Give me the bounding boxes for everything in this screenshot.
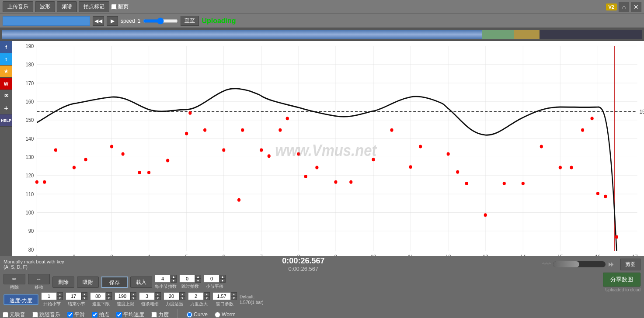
- move-tool-group: ↔ 移动: [28, 274, 50, 290]
- speed-upper-up[interactable]: ▲: [130, 292, 136, 296]
- start-bar-up[interactable]: ▲: [57, 292, 63, 296]
- main-area: f t ★ W ✉ + HELP 190: [0, 41, 644, 256]
- prev-button[interactable]: ◀◀: [93, 16, 104, 26]
- window-param-up[interactable]: ▲: [231, 292, 237, 296]
- beats-per-bar-input[interactable]: [155, 275, 171, 283]
- line-thickness-input[interactable]: [139, 292, 155, 300]
- save-button[interactable]: 保存: [101, 277, 128, 288]
- speed-slider[interactable]: [143, 17, 178, 24]
- background-music-checkbox[interactable]: [32, 312, 38, 318]
- waveform-button[interactable]: 波形: [35, 1, 55, 12]
- load-button[interactable]: 载入: [130, 277, 152, 288]
- avg-speed-checkbox[interactable]: [116, 312, 122, 318]
- spectrum-button[interactable]: 频谱: [57, 1, 77, 12]
- attach-button[interactable]: 吸附: [77, 277, 99, 288]
- start-bar-input[interactable]: [41, 292, 57, 300]
- force-min-input[interactable]: [164, 292, 179, 300]
- bar-shift-down[interactable]: ▼: [219, 279, 226, 283]
- line-thickness-down[interactable]: ▼: [155, 296, 161, 300]
- plus-icon[interactable]: +: [0, 102, 12, 114]
- svg-point-104: [615, 235, 618, 239]
- line-thickness-up[interactable]: ▲: [155, 292, 161, 296]
- beat-mark-button[interactable]: 拍点标记: [79, 1, 109, 12]
- force-scale-down[interactable]: ▼: [204, 296, 210, 300]
- settings-icon[interactable]: ✕: [631, 2, 641, 12]
- mail-icon[interactable]: ✉: [0, 90, 12, 102]
- playback-slider[interactable]: [553, 261, 606, 267]
- split-view-button[interactable]: 分季数图: [603, 273, 641, 287]
- no-noise-checkbox[interactable]: [3, 312, 8, 318]
- svg-point-63: [43, 180, 46, 184]
- page-flip-checkbox[interactable]: [111, 4, 117, 10]
- start-bar-down[interactable]: ▼: [57, 296, 63, 300]
- delete-button[interactable]: 删除: [52, 277, 74, 288]
- beat-count-down[interactable]: ▼: [195, 279, 201, 283]
- beats-per-bar-label: 每小节拍数: [155, 283, 177, 290]
- force-scale-input[interactable]: [188, 292, 204, 300]
- speed-force-button[interactable]: 速度-力度: [3, 294, 38, 305]
- beat-point-checkbox[interactable]: [92, 312, 97, 318]
- upload-cloud-text: Uploaded to cloud: [605, 287, 641, 292]
- beat-count-input[interactable]: [179, 275, 195, 283]
- waveform-bar: [0, 28, 644, 41]
- svg-text:www.Vmus.net: www.Vmus.net: [275, 142, 377, 159]
- window-param-input[interactable]: [212, 292, 231, 300]
- move-button[interactable]: ↔: [28, 274, 50, 284]
- twitter-icon[interactable]: t: [0, 53, 12, 66]
- erase-button[interactable]: ✏: [3, 274, 25, 284]
- speed-lower-up[interactable]: ▲: [106, 292, 112, 296]
- song-name-input[interactable]: 英雄17杰哈倍-鬼皮灰: [3, 16, 90, 26]
- checkbox-row: 元噪音 跳随音乐 平滑 拍点 平均速度 力度 Curve Worm: [0, 308, 644, 318]
- no-noise-label: 元噪音: [10, 311, 25, 318]
- line-thickness-group: ▲ ▼ 链条粗细: [139, 292, 161, 307]
- beats-per-bar-up[interactable]: ▲: [171, 275, 177, 279]
- svg-point-80: [278, 128, 282, 132]
- move-label: 移动: [35, 284, 43, 290]
- speed-lower-down[interactable]: ▼: [106, 296, 112, 300]
- svg-point-89: [409, 165, 412, 169]
- help-icon[interactable]: HELP: [0, 114, 12, 127]
- force-checkbox[interactable]: [151, 312, 157, 318]
- curve-radio[interactable]: [187, 312, 192, 318]
- svg-text:16: 16: [595, 253, 601, 256]
- total-time: 0:00:26.567: [282, 266, 324, 272]
- beats-per-bar-down[interactable]: ▼: [171, 279, 177, 283]
- start-bar-label: 开始小节: [43, 301, 61, 307]
- svg-point-66: [84, 158, 87, 161]
- end-bar-up[interactable]: ▲: [81, 292, 87, 296]
- apply-button[interactable]: 至至: [181, 16, 199, 26]
- waveform-container[interactable]: [2, 30, 642, 39]
- force-min-up[interactable]: ▲: [179, 292, 185, 296]
- upload-music-button[interactable]: 上传音乐: [3, 1, 33, 12]
- bar-shift-input[interactable]: [204, 275, 219, 283]
- bar-shift-label: 小节平移: [206, 283, 223, 290]
- svg-text:3: 3: [110, 253, 113, 256]
- bar-shift-up[interactable]: ▲: [219, 275, 226, 279]
- force-min-down[interactable]: ▼: [179, 296, 185, 300]
- force-scale-up[interactable]: ▲: [204, 292, 210, 296]
- svg-point-98: [559, 166, 562, 169]
- play-button[interactable]: ▶: [107, 16, 118, 26]
- svg-point-72: [185, 132, 188, 135]
- scissors-button[interactable]: 剪图: [620, 259, 641, 270]
- svg-text:2: 2: [73, 253, 76, 256]
- worm-radio-label: Worm: [215, 311, 236, 318]
- speed-upper-down[interactable]: ▼: [130, 296, 136, 300]
- erase-tool-group: ✏ 擦除: [3, 274, 25, 290]
- weibo-icon[interactable]: W: [0, 78, 12, 90]
- facebook-icon[interactable]: f: [0, 41, 12, 53]
- end-bar-down[interactable]: ▼: [81, 296, 87, 300]
- instruction-line1: Manually mark beat with key: [3, 259, 64, 264]
- beat-count-up[interactable]: ▲: [195, 275, 201, 279]
- home-icon[interactable]: ⌂: [619, 2, 629, 12]
- end-bar-input[interactable]: [66, 292, 81, 300]
- worm-radio[interactable]: [215, 312, 220, 318]
- window-param-down[interactable]: ▼: [231, 296, 237, 300]
- speed-upper-input[interactable]: [115, 292, 130, 300]
- fast-forward-icon[interactable]: ⏭: [608, 260, 615, 268]
- speed-lower-input[interactable]: [90, 292, 106, 300]
- star-icon[interactable]: ★: [0, 66, 12, 78]
- smooth-checkbox[interactable]: [67, 312, 73, 318]
- svg-text:7: 7: [260, 253, 263, 256]
- instruction-text: Manually mark beat with key (A, S, D, F): [3, 259, 64, 270]
